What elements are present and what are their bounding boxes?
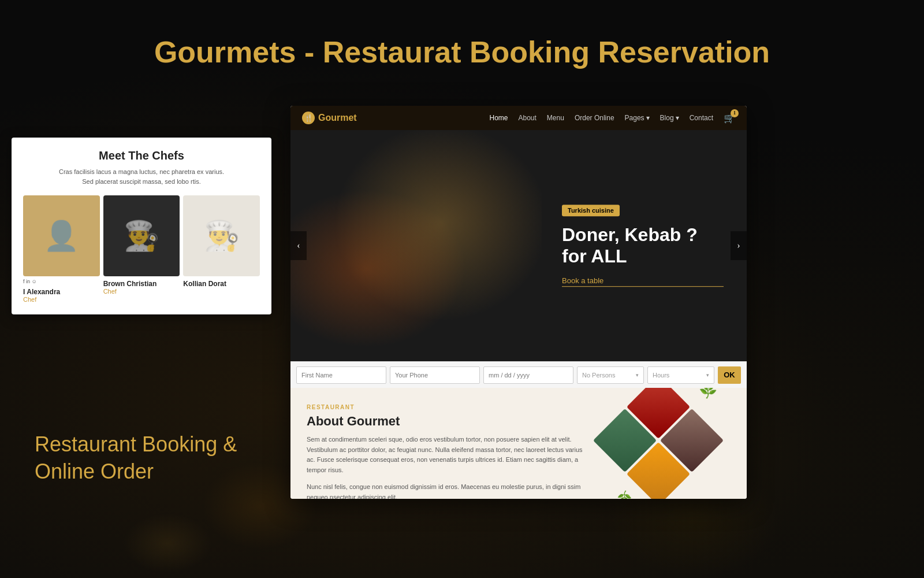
- nav-contact[interactable]: Contact: [690, 114, 713, 122]
- kebab-visual: [290, 130, 542, 361]
- booking-bar: No Persons ▾ Hours ▾ OK: [290, 361, 747, 388]
- booking-ok-button[interactable]: OK: [718, 366, 741, 384]
- site-mockup: 🍴 Gourmet Home About Menu Order Online P…: [290, 106, 747, 499]
- about-img-grid: [593, 388, 724, 499]
- about-label: RESTAURANT: [307, 404, 592, 410]
- chef-card-title: Meet The Chefs: [23, 149, 260, 162]
- hero-section: ‹ › Turkish cuisine Doner, Kebab ?for AL…: [290, 130, 747, 361]
- navbar: 🍴 Gourmet Home About Menu Order Online P…: [290, 106, 747, 130]
- hero-prev-button[interactable]: ‹: [290, 231, 307, 260]
- logo-text: Gourmet: [318, 113, 357, 123]
- cuisine-badge: Turkish cuisine: [562, 205, 620, 216]
- chef-photo-2: 👨‍🍳: [103, 195, 180, 276]
- page-title: Gourmets - Restaurat Booking Reservation: [0, 35, 924, 69]
- blog-chevron-icon: ▾: [676, 114, 679, 122]
- chef-name-1: I Alexandra: [23, 288, 100, 296]
- about-title: About Gourmet: [307, 414, 592, 429]
- booking-date[interactable]: [483, 366, 573, 384]
- bottom-left-text: Restaurant Booking &Online Order: [35, 431, 237, 486]
- nav-pages[interactable]: Pages ▾: [625, 114, 650, 122]
- cart-badge: 1: [731, 109, 739, 117]
- chef-item-1: 👤 f in ☺ I Alexandra Chef: [23, 195, 100, 303]
- nav-blog[interactable]: Blog ▾: [660, 114, 679, 122]
- leaf-icon-top: 🌿: [698, 388, 718, 401]
- kebab-bg: [290, 130, 542, 361]
- chef-role-2: Chef: [103, 288, 180, 295]
- about-image-grid-container: 🌿 🌿: [612, 388, 722, 498]
- booking-first-name[interactable]: [296, 366, 386, 384]
- chef-social-1: f in ☺: [23, 279, 100, 284]
- chef-name-3: Kollian Dorat: [183, 280, 260, 288]
- leaf-icon-bottom: 🌿: [616, 489, 633, 499]
- chef-item-2: 👨‍🍳 Brown Christian Chef: [103, 195, 180, 303]
- book-table-link[interactable]: Book a table: [562, 276, 724, 287]
- nav-home[interactable]: Home: [489, 114, 508, 122]
- logo-icon: 🍴: [302, 112, 315, 124]
- pages-chevron-icon: ▾: [646, 114, 650, 122]
- persons-chevron-icon: ▾: [636, 372, 639, 378]
- chef-role-1: Chef: [23, 296, 100, 303]
- booking-phone[interactable]: [390, 366, 480, 384]
- nav-about[interactable]: About: [518, 114, 536, 122]
- hero-next-button[interactable]: ›: [731, 231, 747, 260]
- chef-card: Meet The Chefs Cras facilisis lacus a ma…: [12, 138, 271, 314]
- booking-hours[interactable]: Hours ▾: [647, 366, 714, 384]
- navbar-logo: 🍴 Gourmet: [302, 112, 357, 124]
- nav-cart[interactable]: 🛒 1: [724, 113, 735, 124]
- navbar-menu: Home About Menu Order Online Pages ▾ Blo…: [489, 113, 735, 124]
- chef-name-2: Brown Christian: [103, 280, 180, 288]
- hero-title: Doner, Kebab ?for ALL: [562, 224, 724, 267]
- chef-card-subtitle: Cras facilisis lacus a magna luctus, nec…: [23, 167, 260, 186]
- chef-photo-3: 👨‍🍳: [183, 195, 260, 276]
- chef-item-3: 👨‍🍳 Kollian Dorat: [183, 195, 260, 303]
- about-body-1: Sem at condimentum sceleri sque, odio er…: [307, 435, 592, 475]
- nav-menu[interactable]: Menu: [547, 114, 564, 122]
- nav-order-online[interactable]: Order Online: [575, 114, 614, 122]
- about-body-2: Nunc nisl felis, congue non euismod dign…: [307, 482, 592, 499]
- chef-photo-1: 👤: [23, 195, 100, 276]
- hero-content: Turkish cuisine Doner, Kebab ?for ALL Bo…: [562, 205, 724, 287]
- about-image-area: 🌿 🌿: [603, 404, 731, 483]
- chef-photos-row: 👤 f in ☺ I Alexandra Chef 👨‍🍳 Brown Chri…: [23, 195, 260, 303]
- decoration-olive: [116, 509, 219, 578]
- about-section: RESTAURANT About Gourmet Sem at condimen…: [290, 388, 747, 499]
- bottom-left-label: Restaurant Booking &Online Order: [35, 431, 237, 486]
- about-text: RESTAURANT About Gourmet Sem at condimen…: [307, 404, 592, 483]
- hours-chevron-icon: ▾: [706, 372, 709, 378]
- booking-persons[interactable]: No Persons ▾: [577, 366, 644, 384]
